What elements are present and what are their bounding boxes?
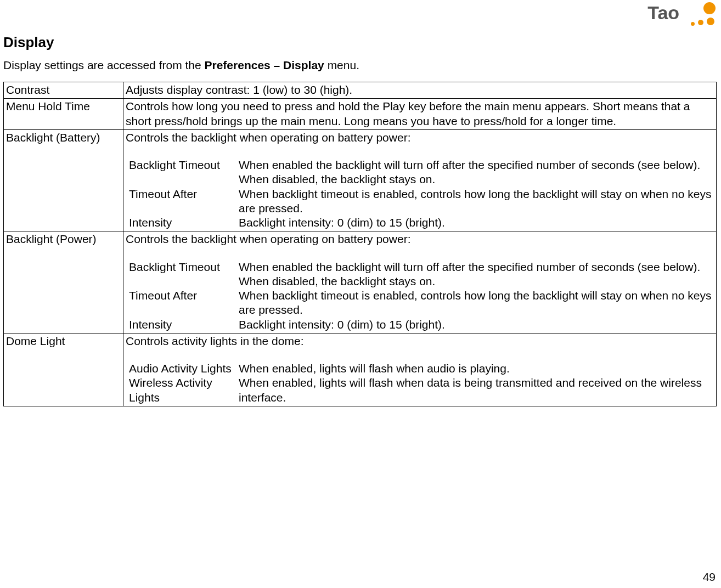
sub-desc: When enabled the backlight will turn off…	[239, 158, 717, 187]
setting-desc: Controls activity lights in the dome: Au…	[123, 333, 717, 406]
intro-suffix: menu.	[324, 59, 359, 71]
sub-name: Intensity	[129, 318, 239, 332]
intro-text: Display settings are accessed from the P…	[3, 59, 717, 72]
sub-name: Intensity	[129, 216, 239, 230]
setting-label: Backlight (Power)	[4, 231, 123, 333]
setting-label: Backlight (Battery)	[4, 129, 123, 231]
sub-table: Backlight TimeoutWhen enabled the backli…	[129, 158, 717, 230]
table-row: Menu Hold Time Controls how long you nee…	[4, 99, 717, 130]
sub-desc: Backlight intensity: 0 (dim) to 15 (brig…	[239, 318, 717, 332]
setting-label: Menu Hold Time	[4, 99, 123, 130]
logo-dots-icon	[686, 2, 716, 29]
setting-desc: Controls how long you need to press and …	[123, 99, 717, 130]
page-number: 49	[703, 570, 716, 584]
setting-label: Contrast	[4, 82, 123, 99]
sub-name: Wireless Activity Lights	[129, 376, 239, 405]
intro-prefix: Display settings are accessed from the	[3, 59, 205, 71]
sub-desc: When enabled, lights will flash when dat…	[239, 376, 717, 405]
sub-desc: When enabled the backlight will turn off…	[239, 260, 717, 289]
sub-desc: When enabled, lights will flash when aud…	[239, 361, 717, 376]
sub-name: Timeout After	[129, 187, 239, 216]
setting-label: Dome Light	[4, 333, 123, 406]
table-row: Backlight (Power) Controls the backlight…	[4, 231, 717, 333]
sub-name: Backlight Timeout	[129, 158, 239, 187]
section-heading: Display	[3, 34, 717, 51]
sub-name: Backlight Timeout	[129, 260, 239, 289]
brand-name: Tao	[647, 2, 679, 24]
table-row: Contrast Adjusts display contrast: 1 (lo…	[4, 82, 717, 99]
table-row: Backlight (Battery) Controls the backlig…	[4, 129, 717, 231]
sub-desc: When backlight timeout is enabled, contr…	[239, 289, 717, 318]
sub-name: Timeout After	[129, 289, 239, 318]
setting-subintro: Controls the backlight when operating on…	[126, 131, 714, 145]
sub-name: Audio Activity Lights	[129, 361, 239, 376]
intro-bold: Preferences – Display	[205, 59, 324, 71]
setting-desc: Adjusts display contrast: 1 (low) to 30 …	[123, 82, 717, 99]
sub-table: Audio Activity LightsWhen enabled, light…	[129, 361, 717, 405]
sub-table: Backlight TimeoutWhen enabled the backli…	[129, 260, 717, 332]
setting-subintro: Controls activity lights in the dome:	[126, 334, 714, 348]
sub-desc: Backlight intensity: 0 (dim) to 15 (brig…	[239, 216, 717, 230]
setting-desc: Controls the backlight when operating on…	[123, 129, 717, 231]
settings-table: Contrast Adjusts display contrast: 1 (lo…	[3, 82, 717, 406]
setting-subintro: Controls the backlight when operating on…	[126, 232, 714, 246]
brand-logo: Tao	[647, 2, 716, 31]
sub-desc: When backlight timeout is enabled, contr…	[239, 187, 717, 216]
setting-desc: Controls the backlight when operating on…	[123, 231, 717, 333]
table-row: Dome Light Controls activity lights in t…	[4, 333, 717, 406]
